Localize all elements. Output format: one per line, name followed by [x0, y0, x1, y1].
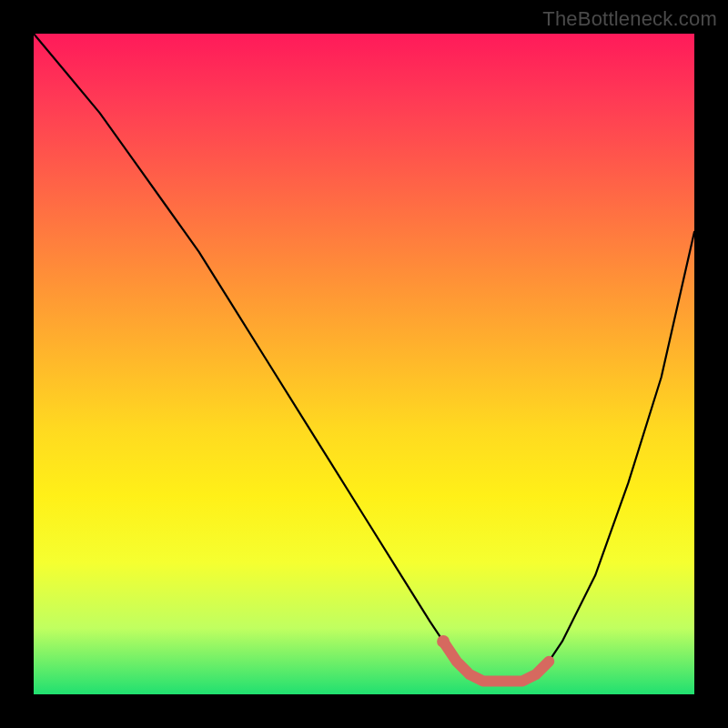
- plot-background: [34, 34, 694, 694]
- optimal-zone-highlight: [443, 642, 549, 682]
- curve-layer: [34, 34, 694, 681]
- highlight-layer: [437, 635, 549, 682]
- highlight-start-dot: [437, 635, 450, 648]
- chart-frame: TheBottleneck.com: [0, 0, 728, 728]
- chart-svg: [34, 34, 694, 694]
- bottleneck-curve: [34, 34, 694, 681]
- attribution-label: TheBottleneck.com: [542, 7, 717, 31]
